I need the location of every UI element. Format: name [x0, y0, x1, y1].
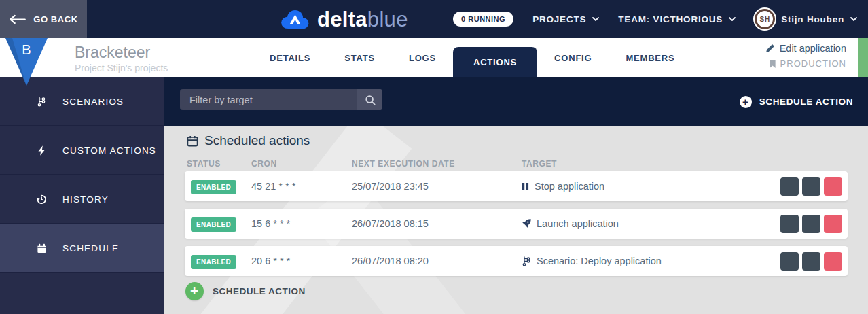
brand-logo[interactable]: deltablue — [281, 0, 408, 38]
tab-config[interactable]: CONFIG — [537, 38, 609, 77]
tab-details[interactable]: DETAILS — [253, 38, 327, 77]
next-execution-date: 25/07/2018 23:45 — [352, 181, 522, 192]
next-execution-date: 26/07/2018 08:15 — [352, 218, 522, 229]
table-header: STATUS CRON NEXT EXECUTION DATE TARGET — [187, 159, 848, 169]
plus-circle-icon — [740, 96, 752, 108]
scenario-icon — [35, 96, 48, 107]
rocket-icon — [522, 219, 531, 228]
sidebar: SCENARIOS CUSTOM ACTIONS HISTORY SCHEDUL… — [0, 77, 164, 314]
next-execution-date: 26/07/2018 08:20 — [352, 256, 522, 266]
schedule-action-button-top[interactable]: SCHEDULE ACTION — [740, 77, 853, 126]
sidebar-item-schedule[interactable]: SCHEDULE — [0, 224, 164, 273]
arrow-left-icon — [9, 14, 26, 24]
schedule-action-label: SCHEDULE ACTION — [759, 97, 853, 107]
stop-button[interactable] — [780, 177, 799, 196]
calendar-icon — [187, 135, 198, 147]
tabs: DETAILSSTATSLOGSACTIONSCONFIGMEMBERS — [253, 38, 692, 77]
section-heading-label: Scheduled actions — [204, 133, 310, 148]
tab-actions[interactable]: ACTIONS — [453, 47, 537, 77]
column-status: STATUS — [187, 159, 251, 169]
plus-circle-icon — [185, 282, 204, 300]
pencil-icon — [765, 43, 775, 53]
go-back-label: GO BACK — [33, 14, 78, 24]
delete-button[interactable] — [824, 215, 842, 233]
edit-button[interactable] — [802, 252, 820, 271]
calendar-solid-icon — [35, 243, 48, 254]
top-navbar: GO BACK deltablue 0 RUNNING PROJECTS TEA… — [0, 0, 868, 38]
avatar: SH — [755, 9, 775, 29]
pause-icon — [522, 182, 529, 191]
filter-toolbar: SCHEDULE ACTION — [164, 77, 868, 126]
projects-label: PROJECTS — [532, 14, 586, 24]
cron-value: 20 6 * * * — [251, 256, 352, 266]
tab-stats[interactable]: STATS — [327, 38, 392, 77]
cron-value: 45 21 * * * — [251, 181, 352, 192]
filter-input[interactable] — [180, 94, 357, 105]
search-icon — [365, 94, 376, 105]
brand-bold: delta — [317, 7, 367, 31]
navbar-right: 0 RUNNING PROJECTS TEAM: VICTHORIOUS SH … — [453, 0, 857, 38]
status-badge: ENABLED — [191, 255, 236, 269]
edit-application-label: Edit application — [780, 43, 846, 54]
scenario-icon — [522, 256, 531, 266]
column-cron: CRON — [251, 159, 352, 169]
status-badge: ENABLED — [191, 180, 236, 194]
filter-search — [180, 89, 382, 110]
schedule-action-button-bottom[interactable]: SCHEDULE ACTION — [185, 282, 306, 300]
environment-badge: PRODUCTION — [765, 58, 846, 69]
running-badge[interactable]: 0 RUNNING — [453, 12, 513, 27]
stop-button[interactable] — [780, 252, 799, 271]
edit-button[interactable] — [802, 215, 820, 233]
main-content: Scheduled actions STATUS CRON NEXT EXECU… — [164, 126, 868, 314]
cron-value: 15 6 * * * — [251, 218, 352, 229]
delete-button[interactable] — [824, 252, 842, 271]
chevron-down-icon — [850, 17, 857, 21]
team-label: TEAM: VICTHORIOUS — [618, 14, 723, 24]
tab-logs[interactable]: LOGS — [392, 38, 453, 77]
delete-button[interactable] — [824, 177, 842, 196]
chevron-down-icon — [592, 17, 599, 21]
edit-button[interactable] — [802, 177, 820, 196]
column-target: TARGET — [522, 159, 774, 169]
target-label: Stop application — [535, 181, 604, 192]
cloud-logo-icon — [281, 10, 310, 29]
stop-button[interactable] — [780, 215, 799, 233]
add-schedule-label: SCHEDULE ACTION — [213, 286, 306, 296]
projects-menu[interactable]: PROJECTS — [532, 14, 599, 24]
environment-label: PRODUCTION — [780, 58, 846, 69]
page-subtitle: Project Stijn's projects — [75, 63, 168, 73]
team-menu[interactable]: TEAM: VICTHORIOUS — [618, 14, 736, 24]
status-strip — [858, 38, 868, 77]
sidebar-item-custom-actions[interactable]: CUSTOM ACTIONS — [0, 126, 164, 175]
app-badge-letter: B — [5, 42, 48, 58]
sidebar-item-history[interactable]: HISTORY — [0, 175, 164, 224]
go-back-button[interactable]: GO BACK — [0, 0, 87, 38]
bookmark-icon — [769, 59, 776, 69]
app-header: Bracketeer Project Stijn's projects DETA… — [0, 38, 868, 77]
page-title: Bracketeer — [75, 43, 150, 62]
column-next-execution: NEXT EXECUTION DATE — [352, 159, 522, 169]
history-icon — [35, 194, 48, 205]
user-menu[interactable]: SH Stijn Houben — [755, 9, 857, 29]
search-button[interactable] — [357, 89, 382, 110]
target-label: Launch application — [537, 218, 619, 229]
chevron-down-icon — [729, 17, 736, 21]
target-label: Scenario: Deploy application — [537, 256, 662, 266]
table-row: ENABLED 20 6 * * * 26/07/2018 08:20 Scen… — [185, 246, 848, 276]
lightning-icon — [35, 145, 48, 156]
tab-members[interactable]: MEMBERS — [609, 38, 691, 77]
table-row: ENABLED 15 6 * * * 26/07/2018 08:15 Laun… — [185, 209, 848, 239]
brand-light: blue — [367, 7, 408, 31]
section-heading: Scheduled actions — [187, 133, 310, 148]
edit-application-link[interactable]: Edit application — [765, 43, 846, 54]
user-name: Stijn Houben — [781, 14, 844, 24]
table-row: ENABLED 45 21 * * * 25/07/2018 23:45 Sto… — [185, 171, 848, 201]
status-badge: ENABLED — [191, 217, 236, 232]
